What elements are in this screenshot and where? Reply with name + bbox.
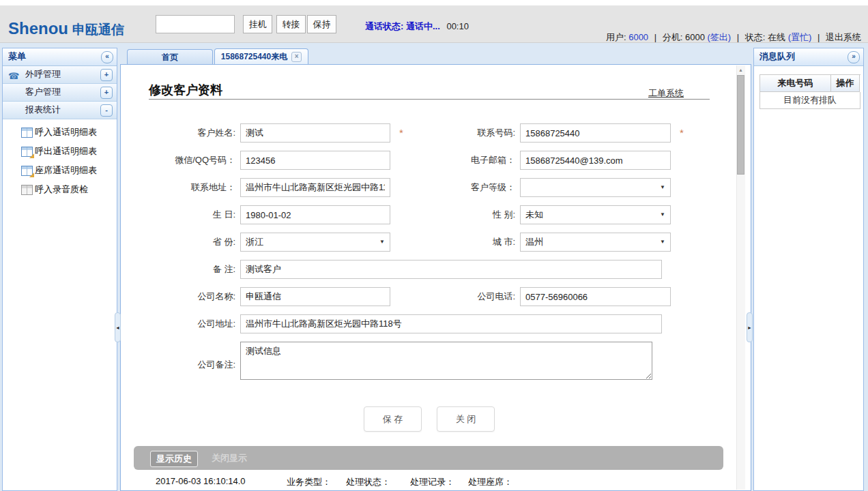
wechat-input[interactable] xyxy=(240,151,390,170)
queue-col-number: 来电号码 xyxy=(760,75,831,92)
email-label: 电子邮箱： xyxy=(409,155,515,165)
gender-label: 性 别: xyxy=(409,210,515,220)
history-toolbar: 显示历史 关闭显示 xyxy=(134,446,723,470)
phone-icon: ☎ xyxy=(8,68,19,85)
account-bar: 用户: 6000 | 分机: 6000 (签出) | 状态: 在线 (置忙) |… xyxy=(606,31,861,44)
signout-link[interactable]: (签出) xyxy=(708,32,732,42)
phone-input[interactable] xyxy=(520,123,671,143)
set-busy-link[interactable]: (置忙) xyxy=(788,32,812,42)
table-edit-icon xyxy=(21,147,33,157)
sidebar-item-inbound-call-report[interactable]: 呼入通话明细表 xyxy=(3,125,118,141)
expand-icon[interactable]: + xyxy=(100,69,113,81)
hangup-button[interactable]: 挂机 xyxy=(243,15,272,33)
sidebar-group-reports[interactable]: 报表统计 - xyxy=(3,102,117,119)
email-input[interactable] xyxy=(520,151,671,170)
sidebar-item-inbound-recording-qc[interactable]: 呼入录音质检 xyxy=(3,182,118,198)
status-label: 状态: 在线 xyxy=(745,32,785,42)
company-name-input[interactable] xyxy=(240,287,390,306)
queue-table: 来电号码操作 目前没有排队 xyxy=(760,74,860,109)
call-status: 通话状态: 通话中... 00:10 xyxy=(365,20,469,33)
city-label: 城 市: xyxy=(409,237,515,247)
ticket-system-link[interactable]: 工单系统 xyxy=(648,87,684,100)
expand-icon[interactable]: + xyxy=(100,87,113,99)
phone-label: 联系号码: xyxy=(409,128,515,138)
transfer-button[interactable]: 转接 xyxy=(276,15,306,33)
sidebar-item-outbound-call-report[interactable]: 呼出通话明细表 xyxy=(3,144,118,160)
sidebar-collapse-button[interactable]: « xyxy=(101,51,113,63)
title-divider xyxy=(149,99,710,100)
sidebar-collapse-handle[interactable]: ◄ xyxy=(115,312,121,342)
province-select[interactable]: 浙江 ▼ xyxy=(240,233,390,252)
extension-label: 分机: 6000 xyxy=(663,32,705,42)
address-input[interactable] xyxy=(240,178,390,197)
sidebar-header: 菜单 « xyxy=(3,48,117,66)
wechat-label: 微信/QQ号码： xyxy=(130,155,235,165)
history-status-label: 处理状态： xyxy=(346,476,390,488)
recording-icon xyxy=(21,185,33,195)
app-logo: Shenou申瓯通信 xyxy=(8,19,124,39)
queue-panel-header: 消息队列 » xyxy=(754,48,863,66)
company-note-textarea[interactable]: 测试信息 xyxy=(240,342,652,380)
tab-close-icon[interactable]: × xyxy=(291,52,302,62)
table-icon xyxy=(21,128,33,138)
show-history-tab[interactable]: 显示历史 xyxy=(150,451,198,467)
company-address-label: 公司地址: xyxy=(130,319,235,329)
customer-level-select[interactable]: ▼ xyxy=(520,178,671,197)
history-agent-label: 处理座席： xyxy=(468,476,512,488)
sidebar-item-agent-call-report[interactable]: 座席通话明细表 xyxy=(3,163,118,179)
app-header: Shenou申瓯通信 挂机 转接 保持 通话状态: 通话中... 00:10 用… xyxy=(0,5,868,43)
logout-link[interactable]: 退出系统 xyxy=(826,32,861,42)
app-logo-cn: 申瓯通信 xyxy=(72,23,124,37)
message-queue-panel: 消息队列 » 来电号码操作 目前没有排队 xyxy=(753,48,864,491)
collapse-icon[interactable]: - xyxy=(100,104,113,117)
page-title: 修改客户资料 xyxy=(149,82,222,98)
history-log-label: 处理记录： xyxy=(410,476,454,488)
save-button[interactable]: 保 存 xyxy=(364,406,422,432)
call-timer: 00:10 xyxy=(446,21,469,31)
company-phone-label: 公司电话: xyxy=(409,292,515,301)
name-input[interactable] xyxy=(240,123,390,143)
gender-select[interactable]: 未知 ▼ xyxy=(520,205,671,224)
collapse-left-icon: ◄ xyxy=(115,325,120,330)
name-label: 客户姓名: xyxy=(130,128,235,138)
queue-empty-row: 目前没有排队 xyxy=(760,92,860,109)
app-logo-en: Shenou xyxy=(8,19,68,38)
dial-number-input[interactable] xyxy=(156,15,235,33)
queue-expand-button[interactable]: » xyxy=(848,51,860,63)
birthday-input[interactable] xyxy=(240,205,390,224)
customer-level-label: 客户等级： xyxy=(409,183,515,192)
sidebar-group-customers[interactable]: 客户管理 + xyxy=(3,84,117,102)
main-scrollbar-thumb[interactable] xyxy=(737,75,744,175)
company-name-label: 公司名称: xyxy=(130,292,235,301)
queue-panel-title: 消息队列 xyxy=(760,51,795,61)
scroll-up-icon[interactable]: ▲ xyxy=(736,65,745,74)
note-input[interactable] xyxy=(240,260,662,279)
city-select[interactable]: 温州 ▼ xyxy=(520,233,671,252)
collapse-right-icon: ► xyxy=(747,325,752,330)
user-id-link[interactable]: 6000 xyxy=(628,32,648,42)
company-note-label: 公司备注: xyxy=(130,360,235,370)
address-label: 联系地址： xyxy=(130,183,235,192)
tab-incoming-call[interactable]: 15868725440来电× xyxy=(214,48,308,65)
table-edit-icon xyxy=(21,166,33,176)
company-address-input[interactable] xyxy=(240,314,662,333)
call-status-text: 通话状态: 通话中... xyxy=(365,21,440,31)
history-type-label: 业务类型： xyxy=(287,476,331,488)
history-record-time: 2017-06-03 16:10:14.0 xyxy=(156,476,246,486)
hide-history-tab[interactable]: 关闭显示 xyxy=(212,452,247,464)
chevron-down-icon: ▼ xyxy=(660,179,665,196)
close-button[interactable]: 关 闭 xyxy=(437,406,495,432)
sidebar-group-outbound[interactable]: ☎ 外呼管理 + xyxy=(3,66,117,84)
queue-collapse-handle[interactable]: ► xyxy=(747,312,753,342)
note-label: 备 注: xyxy=(130,265,235,274)
hold-button[interactable]: 保持 xyxy=(307,15,336,33)
sidebar-title: 菜单 xyxy=(8,51,26,61)
chevron-down-icon: ▼ xyxy=(660,233,665,251)
user-label: 用户: xyxy=(606,32,626,42)
top-white-strip xyxy=(0,0,868,5)
tab-home[interactable]: 首页 xyxy=(127,49,213,65)
chevron-down-icon: ▼ xyxy=(660,206,665,224)
company-phone-input[interactable] xyxy=(520,287,671,306)
required-marker: * xyxy=(399,127,403,138)
chevron-down-icon: ▼ xyxy=(379,233,385,251)
